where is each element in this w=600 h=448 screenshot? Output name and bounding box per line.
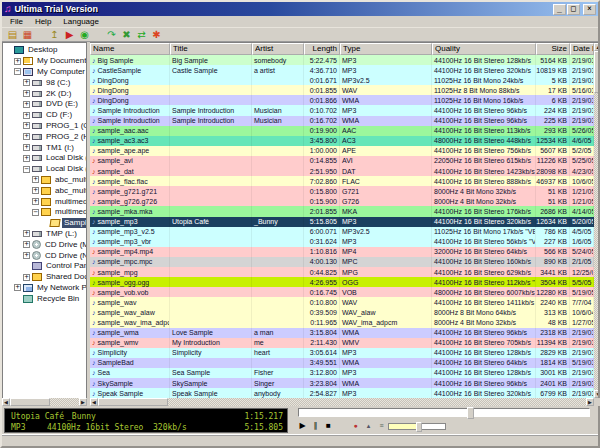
- tree-scroll-right-icon[interactable]: ▶: [79, 398, 87, 406]
- menu-language[interactable]: Language: [57, 16, 105, 27]
- title-bar[interactable]: ♫ Ultima Trial Version _ □ ×: [2, 2, 598, 16]
- maximize-button[interactable]: □: [567, 4, 580, 15]
- table-row[interactable]: ♪sample_mp3_vbr0:31.624MP344100Hz 16 Bit…: [90, 237, 594, 247]
- tree-item-multimedia[interactable]: −multimedia: [3, 207, 86, 218]
- vertical-scroll-thumb[interactable]: [594, 51, 598, 93]
- tree-item-my-documents[interactable]: +My Documents: [3, 56, 86, 67]
- minimize-button[interactable]: _: [553, 4, 566, 15]
- list-scroll-left-icon[interactable]: ◀: [90, 398, 98, 406]
- tree-item-control-panel[interactable]: Control Panel: [3, 261, 86, 272]
- expand-plus-icon[interactable]: +: [23, 241, 30, 248]
- column-header-length[interactable]: Length: [304, 43, 340, 55]
- tree-item-recycle-bin[interactable]: Recycle Bin: [3, 293, 86, 304]
- table-row[interactable]: ♪sample_dat2:51.950DAT44100Hz 16 Bit Ste…: [90, 166, 594, 176]
- table-row[interactable]: ♪sample_mpc.mpc4:00.130MPC44100Hz 16 Bit…: [90, 257, 594, 267]
- tree-item-prog-2-h-[interactable]: +PROG_2 (H:): [3, 131, 86, 142]
- expand-plus-icon[interactable]: +: [14, 58, 21, 65]
- tree-scroll-thumb[interactable]: [10, 398, 50, 406]
- list-horizontal-scrollbar[interactable]: ◀ ▶: [90, 398, 594, 406]
- list-scroll-right-icon[interactable]: ▶: [586, 398, 594, 406]
- table-row[interactable]: ♪SkySampleSkySampleSinger3:23.804WMA4410…: [90, 378, 594, 388]
- expand-plus-icon[interactable]: +: [23, 252, 30, 259]
- expand-plus-icon[interactable]: +: [23, 230, 30, 237]
- expand-plus-icon[interactable]: +: [23, 122, 30, 129]
- table-row[interactable]: ♪Big SampleBig Samplesomebody5:22.475MP3…: [90, 55, 594, 65]
- column-header-title[interactable]: Title: [170, 43, 252, 55]
- column-header-artist[interactable]: Artist: [252, 43, 304, 55]
- table-row[interactable]: ♪Sample IntroductionSample IntroductionM…: [90, 116, 594, 126]
- expand-plus-icon[interactable]: +: [23, 144, 30, 151]
- table-row[interactable]: ♪sample_mp3Utopia Café_Bunny5:15.805MP34…: [90, 217, 594, 227]
- tree-item-abc-multi[interactable]: +abc_multi: [3, 175, 86, 186]
- tree-item-tm1-i-[interactable]: +TM1 (I:): [3, 142, 86, 153]
- table-row[interactable]: ♪SampleBad3:49.551WMA44100Hz 16 Bit Ster…: [90, 358, 594, 368]
- table-row[interactable]: ♪sample_wav_ima_adpcm0:11.965WAV_ima_adp…: [90, 317, 594, 327]
- column-header-date[interactable]: Date Modified: [570, 43, 594, 55]
- scroll-up-icon[interactable]: ▲: [594, 43, 598, 51]
- delete-x-icon[interactable]: ✖: [119, 28, 134, 41]
- column-header-size[interactable]: Size: [536, 43, 570, 55]
- table-row[interactable]: ♪sample_ogg.ogg4:26.955OGG44100Hz 16 Bit…: [90, 277, 594, 287]
- table-row[interactable]: ♪sample_mp4.mp41:10.816MP432000Hz 16 Bit…: [90, 247, 594, 257]
- tree-item-prog-1-g-[interactable]: +PROG_1 (G:): [3, 121, 86, 132]
- tree-item-cd-drive-n-[interactable]: +CD Drive (N:): [3, 250, 86, 261]
- library-icon[interactable]: ▦: [20, 28, 35, 41]
- playlist-button[interactable]: ≡: [375, 420, 388, 432]
- play-button[interactable]: ▶: [296, 420, 309, 432]
- tree-item-cd-f-[interactable]: +CD (F:): [3, 110, 86, 121]
- expand-plus-icon[interactable]: +: [23, 79, 30, 86]
- list-scroll-thumb[interactable]: [98, 398, 168, 406]
- table-row[interactable]: ♪SeaSea SampleFisher3:12.800MP344100Hz 1…: [90, 368, 594, 378]
- tree-horizontal-scrollbar[interactable]: ◀ ▶: [2, 398, 87, 406]
- tree-item-my-computer[interactable]: −My Computer: [3, 67, 86, 78]
- tree-item-2k-d-[interactable]: +2K (D:): [3, 88, 86, 99]
- tree-item-sampl[interactable]: Sampl: [3, 218, 86, 229]
- table-row[interactable]: ♪sample_mpg0:44.825MPG44100Hz 16 Bit Ste…: [90, 267, 594, 277]
- menu-help[interactable]: Help: [29, 16, 57, 27]
- table-row[interactable]: ♪sample_avi0:14.855AVI22050Hz 16 Bit Ste…: [90, 156, 594, 166]
- expand-plus-icon[interactable]: +: [23, 101, 30, 108]
- settings-icon[interactable]: ◉: [77, 28, 92, 41]
- close-button[interactable]: ×: [583, 4, 596, 15]
- collapse-minus-icon[interactable]: −: [14, 68, 21, 75]
- collapse-minus-icon[interactable]: −: [32, 209, 39, 216]
- expand-plus-icon[interactable]: +: [23, 90, 30, 97]
- vertical-scrollbar[interactable]: ▲ ▼: [594, 43, 598, 398]
- seek-thumb[interactable]: [467, 407, 474, 419]
- table-row[interactable]: ♪sample_ac3.ac33:45.800AC348000Hz 16 Bit…: [90, 136, 594, 146]
- table-row[interactable]: ♪sample_wav0:10.800WAV44100Hz 16 Bit Ste…: [90, 297, 594, 307]
- table-row[interactable]: ♪sample_g726.g7260:15.900G7268000Hz 4 Bi…: [90, 196, 594, 206]
- expand-plus-icon[interactable]: +: [23, 112, 30, 119]
- table-row[interactable]: ♪DingDong0:01.866WMA11025Hz 16 Bit Mono …: [90, 95, 594, 105]
- tree-item-abc-multi[interactable]: +abc_multi: [3, 185, 86, 196]
- menu-file[interactable]: File: [4, 16, 29, 27]
- expand-plus-icon[interactable]: +: [32, 198, 39, 205]
- record-button[interactable]: ●: [349, 420, 362, 432]
- extract-icon[interactable]: ↥: [47, 28, 62, 41]
- column-header-name[interactable]: Name: [90, 43, 170, 55]
- pause-button[interactable]: ∥: [309, 420, 322, 432]
- tree-item-my-network-place[interactable]: +My Network Place: [3, 283, 86, 294]
- expand-plus-icon[interactable]: +: [32, 187, 39, 194]
- expand-plus-icon[interactable]: +: [23, 274, 30, 281]
- burst-icon[interactable]: ✱: [149, 28, 164, 41]
- stop-button[interactable]: ■: [322, 420, 335, 432]
- table-row[interactable]: ♪DingDong0:01.671MP3v2.511025Hz 16 Bit M…: [90, 75, 594, 85]
- open-folder-icon[interactable]: ▤: [5, 28, 20, 41]
- table-row[interactable]: ♪sample_vob.vob0:16.745VOB48000Hz 16 Bit…: [90, 287, 594, 297]
- table-row[interactable]: ♪sample_mp3_v2.56:00.071MP3v2.511025Hz 1…: [90, 227, 594, 237]
- tree-item-98-c-[interactable]: +98 (C:): [3, 77, 86, 88]
- tree-scroll-left-icon[interactable]: ◀: [2, 398, 10, 406]
- tree-item-cd-drive-m-[interactable]: +CD Drive (M:): [3, 239, 86, 250]
- column-header-quality[interactable]: Quality: [432, 43, 536, 55]
- tree-item-local-disk-k-[interactable]: −Local Disk (K:): [3, 164, 86, 175]
- eject-button[interactable]: ▴: [362, 420, 375, 432]
- table-row[interactable]: ♪sample_g721.g7210:15.800G7218000Hz 4 Bi…: [90, 186, 594, 196]
- table-row[interactable]: ♪Sample IntroductionSample IntroductionM…: [90, 105, 594, 115]
- tree-item-desktop[interactable]: Desktop: [3, 45, 86, 56]
- table-row[interactable]: ♪SimplicitySimplicityheart3:05.614MP3441…: [90, 348, 594, 358]
- expand-plus-icon[interactable]: +: [14, 284, 21, 291]
- table-row[interactable]: ♪sample_flac.flac7:02.860FLAC44100Hz 16 …: [90, 176, 594, 186]
- seek-slider[interactable]: [298, 408, 590, 417]
- expand-plus-icon[interactable]: +: [23, 133, 30, 140]
